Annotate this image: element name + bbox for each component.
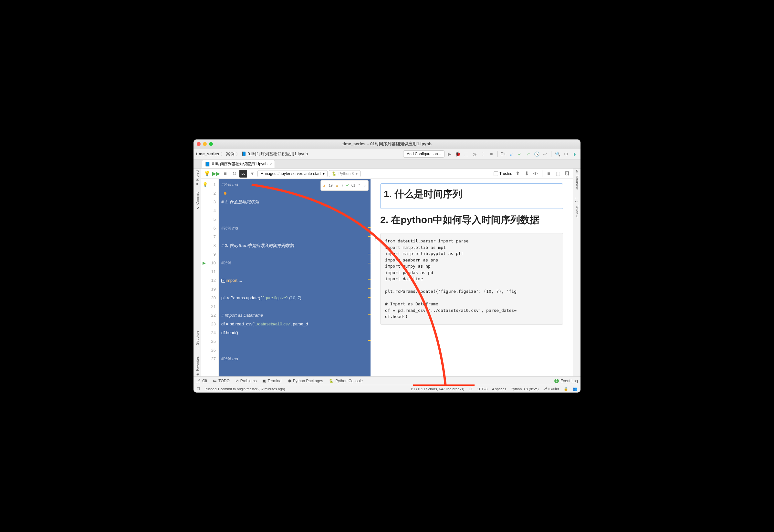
python-icon: 🐍 xyxy=(329,379,334,383)
git-commit-icon[interactable]: ✓ xyxy=(516,150,523,158)
tool-problems[interactable]: ⊘Problems xyxy=(235,379,257,383)
coverage-icon[interactable]: ⬚ xyxy=(463,150,470,158)
line-gutter: 💡1 2 3 4 5 6 7 8 9 ▶10 11 12 19 20 21 22 xyxy=(201,179,219,376)
bulb-icon[interactable]: 💡 xyxy=(203,170,211,178)
indent-settings[interactable]: 4 spaces xyxy=(492,387,506,391)
split-view-icon[interactable]: ◫ xyxy=(554,170,562,178)
code-line xyxy=(221,346,370,354)
git-branch-status[interactable]: ⎇ master xyxy=(543,387,559,391)
line-number: 21 xyxy=(201,302,216,311)
notification-badge: 2 xyxy=(554,379,559,383)
caret-position[interactable]: 1:1 (16917 chars, 647 line breaks) xyxy=(410,387,464,391)
tool-commit[interactable]: ✔Commit xyxy=(195,192,199,210)
git-rollback-icon[interactable]: ↩ xyxy=(542,150,549,158)
variables-icon[interactable]: DL xyxy=(239,170,247,178)
tool-favorites[interactable]: ★Favorites xyxy=(195,356,199,376)
tool-structure[interactable]: ⋮Structure xyxy=(195,331,199,350)
git-push-icon[interactable]: ↗ xyxy=(525,150,532,158)
file-encoding[interactable]: UTF-8 xyxy=(478,387,488,391)
vcs-status-icon[interactable]: ☐ xyxy=(197,387,200,391)
warning-stripe xyxy=(368,236,370,237)
line-number: 2 xyxy=(201,189,216,198)
trusted-checkbox[interactable] xyxy=(494,171,498,176)
server-dropdown[interactable]: Managed Jupyter server: auto-start▾ xyxy=(257,170,327,177)
line-separator[interactable]: LF xyxy=(469,387,473,391)
add-configuration-button[interactable]: Add Configuration... xyxy=(403,150,445,158)
python-interpreter[interactable]: Python 3.8 (devc) xyxy=(511,387,539,391)
chevron-down-icon[interactable]: ▾ xyxy=(248,170,256,178)
run-cell-icon[interactable]: ▶▶ xyxy=(212,170,220,178)
line-number: 5 xyxy=(201,215,216,224)
fold-icon[interactable]: + xyxy=(221,279,225,283)
breadcrumb-folder[interactable]: 案例 xyxy=(226,151,234,157)
chevron-up-icon[interactable]: ⌃ xyxy=(358,181,361,190)
view-icon[interactable]: 👁 xyxy=(532,170,540,178)
close-window-button[interactable] xyxy=(197,142,201,146)
line-number: 6 xyxy=(201,224,216,232)
code-editor-pane[interactable]: ▲19 ▲7 ✔61 ⌃⌄ #%% md # 1. 什么是时间序列 #%% md… xyxy=(219,179,370,376)
split-view: 💡1 2 3 4 5 6 7 8 9 ▶10 11 12 19 20 21 22 xyxy=(201,179,573,376)
tool-project[interactable]: ■Project xyxy=(195,170,199,186)
git-update-icon[interactable]: ↙ xyxy=(508,150,515,158)
tool-database[interactable]: 🗄Database xyxy=(575,170,579,190)
tool-python-console[interactable]: 🐍Python Console xyxy=(329,379,363,383)
code-line xyxy=(221,337,370,346)
memory-indicator-icon[interactable]: 👥 xyxy=(573,387,577,391)
attach-icon[interactable]: ⋮ xyxy=(480,150,487,158)
server-dropdown-label: Managed Jupyter server: auto-start xyxy=(260,171,321,176)
code-line xyxy=(221,215,370,224)
tool-python-packages[interactable]: ⬢Python Packages xyxy=(288,379,323,383)
ide-logo-icon[interactable]: ◗ xyxy=(571,150,578,158)
code-line: # Import as Dataframe xyxy=(221,311,370,320)
preview-pane[interactable]: 1. 什么是时间序列 2. 在python中如何导入时间序列数据 4 from … xyxy=(370,179,573,376)
code-output-block: from dateutil.parser import parse import… xyxy=(380,233,563,325)
bulb-icon[interactable]: 💡 xyxy=(202,180,208,189)
inspections-widget[interactable]: ▲19 ▲7 ✔61 ⌃⌄ xyxy=(320,180,368,191)
warning-stripe xyxy=(368,297,370,298)
run-cell-gutter-icon[interactable]: ▶ xyxy=(202,259,206,267)
tool-sciview[interactable]: ⋮⋮SciView xyxy=(575,196,579,217)
jupyter-file-icon: 📘 xyxy=(241,151,246,156)
code-line: #%% md xyxy=(221,224,370,232)
git-history-icon[interactable]: 🕓 xyxy=(533,150,540,158)
divider xyxy=(542,170,542,177)
code-line xyxy=(221,232,370,241)
lock-icon[interactable]: 🔒 xyxy=(564,387,568,391)
tool-git[interactable]: ⎇Git xyxy=(196,379,207,383)
code-line xyxy=(221,250,370,259)
tool-event-log[interactable]: 2Event Log xyxy=(554,379,578,383)
close-tab-icon[interactable]: × xyxy=(269,162,272,167)
maximize-window-button[interactable] xyxy=(209,142,213,146)
cell-down-icon[interactable]: ⬇ xyxy=(523,170,531,178)
stop-cell-icon[interactable]: ■ xyxy=(221,170,229,178)
minimize-window-button[interactable] xyxy=(203,142,207,146)
code-line: +import ... xyxy=(221,276,370,285)
breadcrumb-root[interactable]: time_series xyxy=(196,151,219,156)
warning-stripe xyxy=(368,254,370,254)
tool-terminal[interactable]: ▣Terminal xyxy=(262,379,282,383)
terminal-icon: ▣ xyxy=(262,379,266,383)
profile-icon[interactable]: ◷ xyxy=(471,150,478,158)
tool-todo[interactable]: ≔TODO xyxy=(213,379,229,383)
warning-stripe xyxy=(368,227,370,228)
stop-icon[interactable]: ■ xyxy=(488,150,495,158)
kernel-dropdown[interactable]: 🐍 Python 3▾ xyxy=(329,170,360,177)
line-number: 20 xyxy=(201,293,216,302)
line-number: 23 xyxy=(201,320,216,328)
restart-kernel-icon[interactable]: ↻ xyxy=(230,170,238,178)
editor-tabs: 📘 01时间序列基础知识应用1.ipynb × xyxy=(193,159,581,169)
window-title: time_series – 01时间序列基础知识应用1.ipynb xyxy=(193,141,581,147)
kernel-dropdown-label: Python 3 xyxy=(338,171,354,176)
list-icon[interactable]: ≡ xyxy=(545,170,553,178)
cell-up-icon[interactable]: ⬆ xyxy=(514,170,521,178)
file-tab[interactable]: 📘 01时间序列基础知识应用1.ipynb × xyxy=(202,160,275,168)
search-icon[interactable]: 🔍 xyxy=(554,150,561,158)
chevron-down-icon[interactable]: ⌄ xyxy=(363,181,366,190)
settings-icon[interactable]: ⚙ xyxy=(563,150,570,158)
image-icon[interactable]: 🖼 xyxy=(563,170,571,178)
debug-icon[interactable]: 🐞 xyxy=(454,150,461,158)
line-number: 25 xyxy=(201,337,216,346)
run-icon[interactable]: ▶ xyxy=(446,150,453,158)
code-line: #%% md xyxy=(221,354,370,363)
breadcrumb-file[interactable]: 01时间序列基础知识应用1.ipynb xyxy=(248,151,308,157)
